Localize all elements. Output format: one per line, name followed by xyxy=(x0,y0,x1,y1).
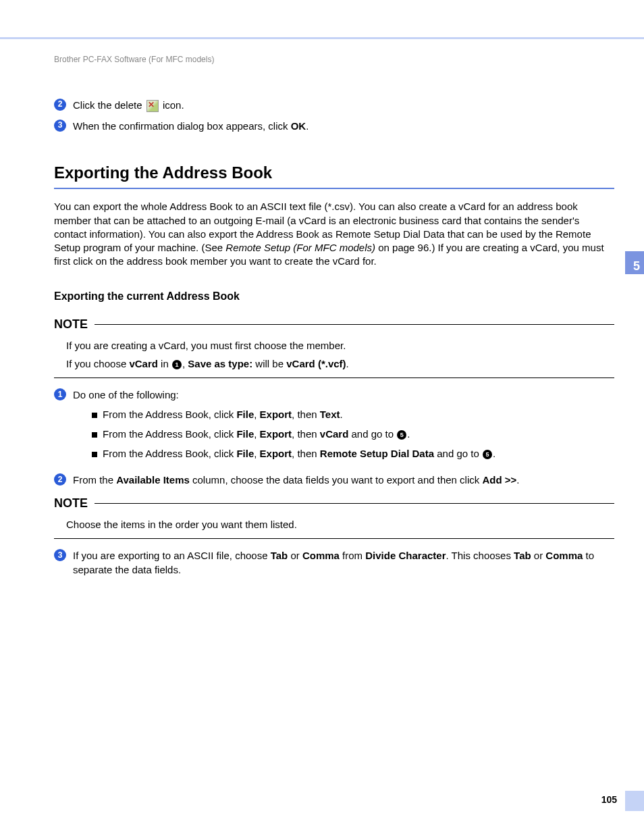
step-c-text: If you are exporting to an ASCII file, c… xyxy=(73,548,614,577)
note-label: NOTE xyxy=(54,495,88,512)
link-remote-setup[interactable]: Remote Setup (For MFC models) xyxy=(225,242,375,253)
step-a-sublist: From the Address Book, click File, Expor… xyxy=(92,407,495,461)
ref-step-5-icon: 5 xyxy=(483,450,492,459)
note-1-close xyxy=(54,377,614,378)
page-number: 105 xyxy=(601,793,617,807)
ref-step-1-icon: 1 xyxy=(172,360,182,369)
sub-item-2: From the Address Book, click File, Expor… xyxy=(92,427,495,441)
ref-step-5-icon: 5 xyxy=(397,430,406,440)
note-1-line-1: If you are creating a vCard, you must fi… xyxy=(66,338,614,353)
chapter-number: 5 xyxy=(633,258,640,275)
sub-item-1: From the Address Book, click File, Expor… xyxy=(92,407,495,421)
note-2-close xyxy=(54,538,614,539)
step-3: 3 When the confirmation dialog box appea… xyxy=(54,119,614,133)
note-1-body: If you are creating a vCard, you must fi… xyxy=(66,338,614,371)
step-b: 2 From the Available Items column, choos… xyxy=(54,473,614,487)
step-badge-3: 3 xyxy=(54,120,66,132)
note-2-header: NOTE xyxy=(54,495,614,512)
step-badge-c: 3 xyxy=(54,549,66,561)
step-a-body: Do one of the following: From the Addres… xyxy=(73,388,495,466)
step-c: 3 If you are exporting to an ASCII file,… xyxy=(54,548,614,577)
breadcrumb: Brother PC-FAX Software (For MFC models) xyxy=(54,54,614,66)
note-label: NOTE xyxy=(54,316,88,333)
side-ribbon xyxy=(625,39,644,834)
note-rule xyxy=(95,324,614,325)
note-1-line-2: If you choose vCard in 1, Save as type: … xyxy=(66,357,614,371)
note-2-body: Choose the items in the order you want t… xyxy=(66,517,614,531)
step-badge-a: 1 xyxy=(54,388,66,400)
note-rule xyxy=(95,503,614,504)
step-a: 1 Do one of the following: From the Addr… xyxy=(54,388,614,466)
top-stripe xyxy=(0,0,644,39)
sub-item-3: From the Address Book, click File, Expor… xyxy=(92,446,495,461)
step-badge-2: 2 xyxy=(54,99,66,111)
step-3-text: When the confirmation dialog box appears… xyxy=(73,119,308,133)
intro-paragraph: You can export the whole Address Book to… xyxy=(54,200,614,268)
step-2: 2 Click the delete icon. xyxy=(54,98,614,112)
note-2-line: Choose the items in the order you want t… xyxy=(66,517,614,531)
delete-icon xyxy=(146,100,159,112)
page-content: Brother PC-FAX Software (For MFC models)… xyxy=(54,54,614,583)
section-rule xyxy=(54,188,614,189)
note-1-header: NOTE xyxy=(54,316,614,333)
bullet-icon xyxy=(92,452,97,457)
step-b-text: From the Available Items column, choose … xyxy=(73,473,519,487)
bullet-icon xyxy=(92,413,97,418)
subheading: Exporting the current Address Book xyxy=(54,289,614,304)
section-heading: Exporting the Address Book xyxy=(54,161,614,184)
bottom-ribbon xyxy=(625,791,644,811)
step-2-text: Click the delete icon. xyxy=(73,98,184,112)
step-badge-b: 2 xyxy=(54,473,66,486)
bullet-icon xyxy=(92,432,97,438)
